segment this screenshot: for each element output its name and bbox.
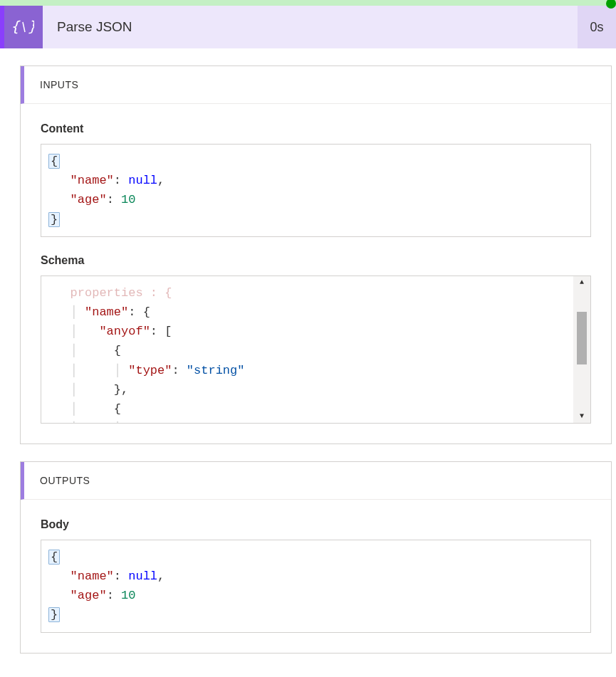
action-header[interactable]: { } Parse JSON 0s xyxy=(0,6,616,48)
json-value: null xyxy=(128,174,157,187)
json-key: "type" xyxy=(128,364,172,377)
status-strip xyxy=(0,0,616,6)
json-key: "type" xyxy=(128,421,172,424)
inputs-header: INPUTS xyxy=(21,66,611,104)
schema-label: Schema xyxy=(41,254,591,267)
inputs-body: Content { "name": null, "age": 10 } Sche… xyxy=(21,104,611,444)
json-value: "null" xyxy=(187,421,230,424)
body-code[interactable]: { "name": null, "age": 10 } xyxy=(41,540,591,633)
schema-field: Schema properties : { │ "name": { │ "any… xyxy=(41,254,591,424)
json-value: null xyxy=(128,570,157,583)
json-value: 10 xyxy=(121,193,135,206)
body-field: Body { "name": null, "age": 10 } xyxy=(41,518,591,633)
content-code[interactable]: { "name": null, "age": 10 } xyxy=(41,144,591,237)
json-faded: properties : { xyxy=(71,286,172,300)
outputs-header: OUTPUTS xyxy=(21,462,611,500)
json-key: "name" xyxy=(71,570,114,583)
content-area: INPUTS Content { "name": null, "age": 10… xyxy=(0,65,616,654)
schema-code[interactable]: properties : { │ "name": { │ "anyof": [ … xyxy=(41,275,591,424)
json-key: "anyof" xyxy=(99,325,150,338)
json-value: "string" xyxy=(187,364,245,377)
content-field: Content { "name": null, "age": 10 } xyxy=(41,122,591,237)
scroll-down-icon[interactable]: ▼ xyxy=(573,410,590,423)
scroll-up-icon[interactable]: ▲ xyxy=(573,276,590,289)
json-key: "name" xyxy=(71,174,114,187)
inputs-panel: INPUTS Content { "name": null, "age": 10… xyxy=(20,65,612,444)
body-label: Body xyxy=(41,518,591,531)
json-value: 10 xyxy=(121,589,135,602)
action-title: Parse JSON xyxy=(43,19,578,35)
outputs-panel: OUTPUTS Body { "name": null, "age": 10 } xyxy=(20,461,612,654)
json-key: "age" xyxy=(71,589,107,602)
scrollbar[interactable]: ▲ ▼ xyxy=(573,276,590,423)
content-label: Content xyxy=(41,122,591,135)
outputs-body: Body { "name": null, "age": 10 } xyxy=(21,500,611,653)
action-duration: 0s xyxy=(578,6,616,48)
json-key: "name" xyxy=(85,305,128,319)
scroll-track[interactable] xyxy=(577,289,587,410)
parse-json-icon: { } xyxy=(4,6,43,48)
json-key: "age" xyxy=(71,193,107,206)
scroll-thumb[interactable] xyxy=(577,312,587,364)
